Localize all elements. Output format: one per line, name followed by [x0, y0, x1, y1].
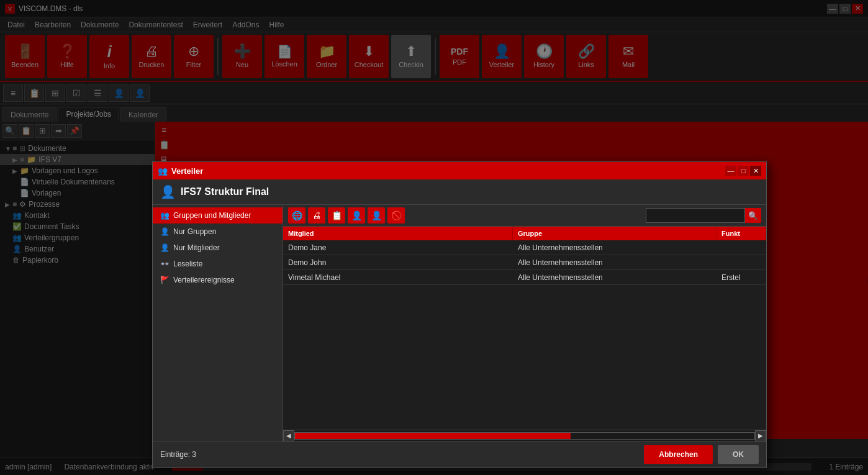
row-gruppe-1: Alle Unternehmensstellen: [513, 243, 717, 252]
modal-tb-remove-btn[interactable]: 🚫: [387, 207, 405, 224]
col-funktion: Funkt: [717, 227, 766, 240]
modal-titlebar: 👥 Verteiler — □ ✕: [153, 162, 766, 179]
verteiler-title-icon: 👥: [158, 166, 168, 176]
modal-menu-verteilerereignisse[interactable]: 🚩 Verteilerereignisse: [153, 272, 283, 288]
modal-user-icon: 👤: [160, 184, 176, 199]
modal-right-panel: 🌐 🖨 📋 👤 👤 🚫 🔍 Mitglied Gruppe: [283, 205, 766, 441]
col-gruppe: Gruppe: [513, 227, 717, 240]
scroll-thumb: [295, 433, 571, 439]
modal-minimize-btn[interactable]: —: [725, 166, 736, 176]
modal-table: Mitglied Gruppe Funkt Demo Jane Alle Unt…: [283, 227, 766, 430]
scroll-left-btn[interactable]: ◀: [283, 430, 294, 441]
modal-table-header: Mitglied Gruppe Funkt: [283, 227, 766, 240]
modal-search-input[interactable]: [646, 208, 745, 223]
modal-content-area: 👥 Gruppen und Mitglieder 👤 Nur Gruppen 👤…: [153, 205, 766, 441]
modal-menu-nur-gruppen[interactable]: 👤 Nur Gruppen: [153, 224, 283, 240]
modal-tb-user-btn2[interactable]: 👤: [368, 207, 385, 224]
modal-window-controls[interactable]: — □ ✕: [725, 166, 761, 176]
row-gruppe-3: Alle Unternehmensstellen: [513, 273, 717, 282]
modal-close-btn[interactable]: ✕: [750, 166, 761, 176]
modal-menu-gruppen-mitglieder[interactable]: 👥 Gruppen und Mitglieder: [153, 207, 283, 224]
modal-body: 👥 Gruppen und Mitglieder 👤 Nur Gruppen 👤…: [153, 205, 766, 441]
col-mitglied: Mitglied: [283, 227, 513, 240]
row-funktion-3: Erstel: [717, 273, 766, 282]
modal-search-area: 🔍: [646, 208, 761, 223]
row-mitglied-3: Vimetal Michael: [283, 273, 513, 282]
row-mitglied-2: Demo John: [283, 258, 513, 267]
verteiler-modal: 👥 Verteiler — □ ✕ 👤 IFS7 Struktur Final …: [152, 161, 767, 468]
table-row-vimetal-michael[interactable]: Vimetal Michael Alle Unternehmensstellen…: [283, 270, 766, 285]
scroll-right-btn[interactable]: ▶: [755, 430, 766, 441]
events-icon: 🚩: [160, 276, 170, 284]
scroll-track[interactable]: [294, 432, 755, 440]
modal-buttons: Abbrechen OK: [644, 445, 759, 464]
groups-only-icon: 👤: [160, 227, 170, 236]
members-only-icon: 👤: [160, 243, 170, 252]
modal-horizontal-scrollbar: ◀ ▶: [283, 430, 766, 441]
modal-menu-leseliste[interactable]: 👓 Leseliste: [153, 256, 283, 272]
groups-members-icon: 👥: [160, 211, 170, 220]
modal-footer: Einträge: 3 Abbrechen OK: [153, 441, 766, 468]
modal-doc-header: 👤 IFS7 Struktur Final: [153, 179, 766, 205]
modal-left-menu: 👥 Gruppen und Mitglieder 👤 Nur Gruppen 👤…: [153, 205, 283, 441]
row-mitglied-1: Demo Jane: [283, 243, 513, 252]
row-gruppe-2: Alle Unternehmensstellen: [513, 258, 717, 267]
cancel-button[interactable]: Abbrechen: [644, 445, 713, 464]
modal-toolbar: 🌐 🖨 📋 👤 👤 🚫 🔍: [283, 205, 766, 227]
modal-menu-nur-mitglieder[interactable]: 👤 Nur Mitglieder: [153, 240, 283, 256]
modal-tb-global-btn[interactable]: 🌐: [288, 207, 305, 224]
modal-tb-copy-btn[interactable]: 📋: [328, 207, 345, 224]
modal-search-button[interactable]: 🔍: [745, 208, 761, 223]
readlist-icon: 👓: [160, 260, 170, 268]
modal-tb-print-btn[interactable]: 🖨: [308, 207, 325, 224]
entries-count: Einträge: 3: [160, 450, 196, 459]
ok-button[interactable]: OK: [718, 445, 759, 464]
modal-maximize-btn[interactable]: □: [738, 166, 749, 176]
table-row-demo-john[interactable]: Demo John Alle Unternehmensstellen: [283, 255, 766, 270]
table-row-demo-jane[interactable]: Demo Jane Alle Unternehmensstellen: [283, 240, 766, 255]
modal-doc-title: IFS7 Struktur Final: [181, 186, 269, 197]
modal-title: 👥 Verteiler: [158, 166, 203, 176]
modal-tb-add-user-btn[interactable]: 👤: [348, 207, 365, 224]
